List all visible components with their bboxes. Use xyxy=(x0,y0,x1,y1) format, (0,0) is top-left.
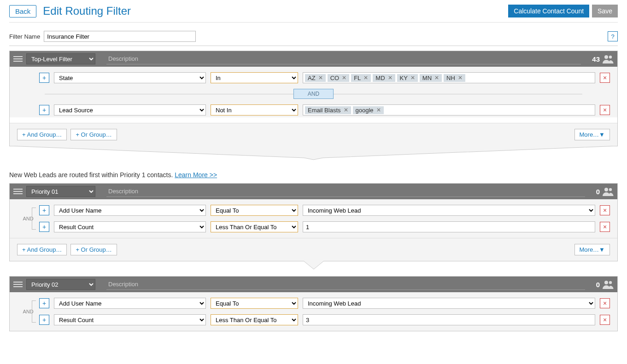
operator-select[interactable]: Less Than Or Equal To xyxy=(211,221,298,232)
condition-row: + Add User Name Equal To Incoming Web Le… xyxy=(39,298,610,309)
operator-select[interactable]: In xyxy=(211,72,298,83)
svg-point-4 xyxy=(604,281,608,284)
remove-tag-icon[interactable]: ✕ xyxy=(344,107,348,113)
filter-level-select[interactable]: Top-Level Filter xyxy=(26,53,95,64)
operator-select[interactable]: Less Than Or Equal To xyxy=(211,314,298,325)
field-select[interactable]: Result Count xyxy=(54,221,206,232)
delete-condition-button[interactable]: × xyxy=(600,73,610,83)
top-filter-body: + State In AZ✕CO✕FL✕MD✕KY✕MN✕NH✕ × AND +… xyxy=(10,67,617,117)
back-button[interactable]: Back xyxy=(9,5,36,17)
info-text: New Web Leads are routed first within Pr… xyxy=(9,171,618,179)
add-condition-button[interactable]: + xyxy=(39,205,49,215)
value-select[interactable]: Incoming Web Lead xyxy=(303,298,595,309)
value-tags-input[interactable]: Email Blasts✕google✕ xyxy=(303,104,595,116)
remove-tag-icon[interactable]: ✕ xyxy=(376,107,381,113)
delete-condition-button[interactable]: × xyxy=(600,298,610,308)
priority-description-input[interactable] xyxy=(106,279,585,290)
connector-row: AND xyxy=(45,89,582,104)
or-group-button[interactable]: + Or Group… xyxy=(70,129,117,140)
save-button[interactable]: Save xyxy=(592,5,618,17)
and-group-button[interactable]: + And Group… xyxy=(17,129,67,140)
value-tag[interactable]: KY✕ xyxy=(397,74,418,82)
filter-name-input[interactable] xyxy=(44,31,196,42)
drag-icon[interactable] xyxy=(13,187,23,196)
value-tag[interactable]: FL✕ xyxy=(351,74,371,82)
condition-row: + Lead Source Not In Email Blasts✕google… xyxy=(17,104,610,117)
or-group-button[interactable]: + Or Group… xyxy=(70,244,117,255)
svg-point-1 xyxy=(609,56,612,58)
field-select[interactable]: Result Count xyxy=(54,314,206,325)
remove-tag-icon[interactable]: ✕ xyxy=(363,75,368,81)
remove-tag-icon[interactable]: ✕ xyxy=(342,75,346,81)
value-tag[interactable]: google✕ xyxy=(353,106,384,114)
field-select[interactable]: Add User Name xyxy=(54,205,206,216)
value-tag[interactable]: AZ✕ xyxy=(305,74,326,82)
and-bracket: AND xyxy=(17,298,39,325)
condition-row: + Result Count Less Than Or Equal To × xyxy=(39,314,610,325)
operator-select[interactable]: Equal To xyxy=(211,205,298,216)
value-tag[interactable]: MN✕ xyxy=(420,74,442,82)
svg-point-3 xyxy=(609,188,612,191)
value-input[interactable] xyxy=(303,221,595,232)
page-title: Edit Routing Filter xyxy=(43,5,505,17)
drag-icon[interactable] xyxy=(13,54,23,64)
value-tag[interactable]: NH✕ xyxy=(444,74,465,82)
add-condition-button[interactable]: + xyxy=(39,222,49,232)
chevron-down-icon xyxy=(9,261,618,272)
more-button[interactable]: More…▼ xyxy=(574,244,610,255)
learn-more-link[interactable]: Learn More >> xyxy=(175,171,217,179)
add-condition-button[interactable]: + xyxy=(39,315,49,325)
value-tag[interactable]: MD✕ xyxy=(373,74,395,82)
top-filter-header: Top-Level Filter 43 xyxy=(10,51,617,67)
add-condition-button[interactable]: + xyxy=(39,298,49,308)
contact-count: 0 xyxy=(596,188,600,196)
priority-2-body: AND + Add User Name Equal To Incoming We… xyxy=(10,292,617,331)
people-icon xyxy=(603,280,614,289)
filter-name-label: Filter Name xyxy=(9,33,40,40)
svg-point-0 xyxy=(604,55,608,59)
help-button[interactable]: ? xyxy=(608,31,618,41)
contact-count: 0 xyxy=(596,281,600,289)
delete-condition-button[interactable]: × xyxy=(600,205,610,215)
value-tags-input[interactable]: AZ✕CO✕FL✕MD✕KY✕MN✕NH✕ xyxy=(303,72,595,83)
field-select[interactable]: Lead Source xyxy=(54,104,206,116)
people-icon xyxy=(603,187,614,196)
value-tag[interactable]: CO✕ xyxy=(328,74,350,82)
value-select[interactable]: Incoming Web Lead xyxy=(303,205,595,216)
add-condition-button[interactable]: + xyxy=(39,73,49,83)
priority-1-body: AND + Add User Name Equal To Incoming We… xyxy=(10,199,617,238)
priority-select[interactable]: Priority 01 xyxy=(26,186,95,197)
calculate-button[interactable]: Calculate Contact Count xyxy=(508,5,589,17)
condition-row: + Result Count Less Than Or Equal To × xyxy=(39,221,610,232)
field-select[interactable]: Add User Name xyxy=(54,298,206,309)
remove-tag-icon[interactable]: ✕ xyxy=(318,75,323,81)
drag-icon[interactable] xyxy=(13,280,23,289)
remove-tag-icon[interactable]: ✕ xyxy=(434,75,439,81)
add-condition-button[interactable]: + xyxy=(39,105,49,115)
and-or-toggle[interactable]: AND xyxy=(293,89,334,99)
delete-condition-button[interactable]: × xyxy=(600,315,610,325)
remove-tag-icon[interactable]: ✕ xyxy=(410,75,415,81)
condition-row: + State In AZ✕CO✕FL✕MD✕KY✕MN✕NH✕ × xyxy=(17,72,610,83)
delete-condition-button[interactable]: × xyxy=(600,105,610,115)
remove-tag-icon[interactable]: ✕ xyxy=(388,75,393,81)
priority-1-footer: + And Group… + Or Group… More…▼ xyxy=(10,238,617,261)
remove-tag-icon[interactable]: ✕ xyxy=(458,75,463,81)
value-tag[interactable]: Email Blasts✕ xyxy=(305,106,351,114)
delete-condition-button[interactable]: × xyxy=(600,222,610,232)
and-bracket: AND xyxy=(17,205,39,232)
priority-description-input[interactable] xyxy=(106,186,585,197)
top-filter-panel: Top-Level Filter 43 + State In AZ✕CO✕FL✕… xyxy=(9,51,618,146)
more-button[interactable]: More…▼ xyxy=(574,129,610,140)
page-header: Back Edit Routing Filter Calculate Conta… xyxy=(9,5,618,23)
filter-description-input[interactable] xyxy=(106,53,581,64)
priority-2-header: Priority 02 0 xyxy=(10,277,617,292)
operator-select[interactable]: Equal To xyxy=(211,298,298,309)
value-input[interactable] xyxy=(303,314,595,325)
people-icon xyxy=(603,54,614,64)
priority-select[interactable]: Priority 02 xyxy=(26,279,95,290)
field-select[interactable]: State xyxy=(54,72,206,83)
operator-select[interactable]: Not In xyxy=(211,104,298,116)
and-group-button[interactable]: + And Group… xyxy=(17,244,67,255)
top-filter-footer: + And Group… + Or Group… More…▼ xyxy=(10,123,617,146)
